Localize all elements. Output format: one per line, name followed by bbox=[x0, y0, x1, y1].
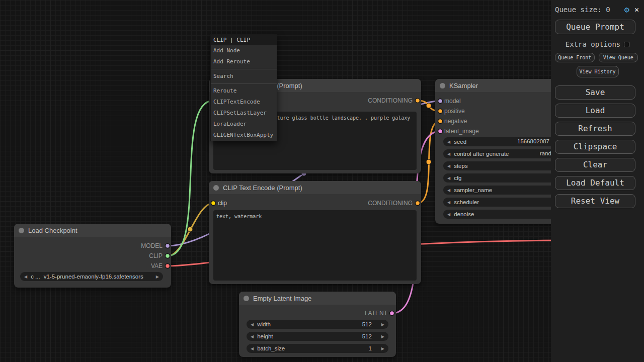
reset-view-button[interactable]: Reset View bbox=[555, 194, 635, 208]
load-button[interactable]: Load bbox=[555, 104, 635, 118]
widget-label: seed bbox=[454, 139, 466, 145]
widget-value: v1-5-pruned-emaonly-fp16.safetensors bbox=[44, 274, 143, 280]
widget-value: 512 bbox=[362, 321, 372, 327]
widget-value: 1 bbox=[368, 345, 371, 351]
save-button[interactable]: Save bbox=[555, 85, 635, 100]
slot-label-model-input: model bbox=[444, 97, 461, 105]
widget-label: cfg bbox=[454, 175, 461, 181]
height-widget[interactable]: ◀ height 512 ▶ bbox=[247, 332, 388, 341]
node-title-bar[interactable]: Empty Latent Image bbox=[239, 292, 396, 305]
widget-label: batch_size bbox=[257, 345, 285, 351]
node-title: Load Checkpoint bbox=[28, 227, 77, 234]
width-widget[interactable]: ◀ width 512 ▶ bbox=[247, 320, 388, 329]
comfy-menu-panel: Queue size: 0 ⚙ ✕ Queue Prompt Extra opt… bbox=[551, 0, 644, 362]
decrement-arrow-icon[interactable]: ◀ bbox=[447, 176, 450, 180]
batch-size-widget[interactable]: ◀ batch_size 1 ▶ bbox=[247, 344, 388, 353]
menu-item-loraloader[interactable]: LoraLoader bbox=[211, 119, 277, 130]
menu-item-add-reroute[interactable]: Add Reroute bbox=[211, 56, 277, 67]
clear-button[interactable]: Clear bbox=[555, 158, 635, 172]
scheduler-widget[interactable]: ◀ scheduler bbox=[443, 198, 563, 207]
decrement-arrow-icon[interactable]: ◀ bbox=[251, 334, 254, 339]
node-collapse-dot[interactable] bbox=[244, 296, 249, 301]
refresh-button[interactable]: Refresh bbox=[555, 122, 635, 136]
node-collapse-dot[interactable] bbox=[19, 228, 24, 233]
wire-clip bbox=[168, 203, 213, 256]
load-default-button[interactable]: Load Default bbox=[555, 176, 635, 190]
link-midpoint-dot bbox=[426, 159, 431, 164]
slot-label-model: MODEL bbox=[141, 242, 163, 250]
queue-prompt-button[interactable]: Queue Prompt bbox=[555, 20, 635, 34]
close-icon[interactable]: ✕ bbox=[634, 5, 639, 14]
widget-label: control after generate bbox=[454, 151, 509, 157]
node-title-bar[interactable]: Load Checkpoint bbox=[14, 224, 171, 237]
slot-label-vae: VAE bbox=[151, 262, 163, 270]
queue-front-button[interactable]: Queue Front bbox=[555, 53, 595, 62]
slot-label-negative-input: negative bbox=[444, 117, 467, 125]
node-empty-latent-image[interactable]: Empty Latent Image LATENT ◀ width 512 ▶ … bbox=[239, 292, 396, 357]
node-load-checkpoint[interactable]: Load Checkpoint MODEL CLIP VAE ◀ c ... v… bbox=[14, 224, 171, 288]
decrement-arrow-icon[interactable]: ◀ bbox=[447, 200, 450, 205]
slot-label-latent: LATENT bbox=[365, 309, 387, 317]
widget-label: scheduler bbox=[454, 199, 479, 205]
node-ksampler[interactable]: KSampler model positive negative latent_… bbox=[435, 79, 566, 224]
widget-label: c ... bbox=[31, 274, 40, 280]
prompt-text-area[interactable]: text, watermark bbox=[213, 210, 417, 281]
menu-item-add-node[interactable]: Add Node bbox=[211, 45, 277, 56]
widget-value: 1566802087 bbox=[517, 138, 549, 144]
decrement-arrow-icon[interactable]: ◀ bbox=[447, 140, 450, 144]
node-collapse-dot[interactable] bbox=[213, 185, 219, 191]
node-title-bar[interactable]: KSampler bbox=[435, 79, 566, 92]
menu-item-cliptextencode[interactable]: CLIPTextEncode bbox=[211, 97, 277, 108]
view-queue-button[interactable]: View Queue bbox=[599, 53, 638, 62]
decrement-arrow-icon[interactable]: ◀ bbox=[447, 188, 450, 193]
menu-item-search[interactable]: Search bbox=[211, 71, 277, 82]
link-release-context-menu: CLIP | CLIP Add Node Add Reroute Search … bbox=[210, 34, 277, 141]
decrement-arrow-icon[interactable]: ◀ bbox=[447, 212, 450, 217]
clipspace-button[interactable]: Clipspace bbox=[555, 140, 635, 154]
link-midpoint-dot bbox=[426, 103, 431, 108]
node-clip-text-encode-negative[interactable]: CLIP Text Encode (Prompt) clip CONDITION… bbox=[209, 181, 421, 284]
cfg-widget[interactable]: ◀ cfg bbox=[443, 173, 563, 183]
node-graph-canvas[interactable]: Load Checkpoint MODEL CLIP VAE ◀ c ... v… bbox=[0, 0, 644, 362]
node-title: CLIP Text Encode (Prompt) bbox=[223, 184, 302, 192]
increment-arrow-icon[interactable]: ▶ bbox=[156, 275, 159, 279]
settings-gear-icon[interactable]: ⚙ bbox=[624, 5, 629, 15]
control-after-generate-widget[interactable]: ◀ control after generate randomize bbox=[443, 149, 563, 158]
decrement-arrow-icon[interactable]: ◀ bbox=[24, 275, 27, 279]
decrement-arrow-icon[interactable]: ◀ bbox=[447, 164, 450, 168]
decrement-arrow-icon[interactable]: ◀ bbox=[447, 152, 450, 156]
menu-separator bbox=[211, 83, 277, 84]
node-title: Empty Latent Image bbox=[253, 295, 311, 302]
widget-label: sampler_name bbox=[454, 187, 492, 193]
increment-arrow-icon[interactable]: ▶ bbox=[381, 334, 384, 339]
decrement-arrow-icon[interactable]: ◀ bbox=[251, 322, 254, 327]
sampler-name-widget[interactable]: ◀ sampler_name bbox=[443, 186, 563, 195]
extra-options-checkbox[interactable] bbox=[624, 42, 629, 47]
slot-label-positive-input: positive bbox=[444, 107, 465, 115]
queue-size-label: Queue size: 0 bbox=[555, 6, 624, 14]
widget-label: denoise bbox=[454, 211, 474, 217]
denoise-widget[interactable]: ◀ denoise bbox=[443, 210, 563, 219]
widget-label: steps bbox=[454, 163, 468, 169]
context-menu-title: CLIP | CLIP bbox=[211, 35, 277, 45]
node-collapse-dot[interactable] bbox=[440, 83, 445, 88]
menu-item-reroute[interactable]: Reroute bbox=[211, 85, 277, 97]
node-title-bar[interactable]: CLIP Text Encode (Prompt) bbox=[209, 181, 421, 194]
view-history-button[interactable]: View History bbox=[577, 66, 619, 77]
seed-widget[interactable]: ◀ seed 1566802087 bbox=[443, 137, 563, 146]
increment-arrow-icon[interactable]: ▶ bbox=[381, 322, 384, 327]
menu-item-gligentextboxapply[interactable]: GLIGENTextBoxApply bbox=[211, 130, 277, 141]
slot-label-conditioning: CONDITIONING bbox=[368, 199, 413, 207]
ckpt-name-widget[interactable]: ◀ c ... v1-5-pruned-emaonly-fp16.safeten… bbox=[20, 272, 163, 281]
decrement-arrow-icon[interactable]: ◀ bbox=[251, 346, 254, 351]
node-title: KSampler bbox=[449, 82, 478, 89]
widget-label: width bbox=[257, 321, 271, 327]
increment-arrow-icon[interactable]: ▶ bbox=[381, 346, 384, 351]
menu-item-clipsetlastlayer[interactable]: CLIPSetLastLayer bbox=[211, 108, 277, 119]
widget-value: 512 bbox=[362, 333, 372, 339]
slot-label-conditioning: CONDITIONING bbox=[368, 97, 413, 105]
widget-label: height bbox=[257, 333, 273, 339]
menu-separator bbox=[211, 69, 277, 69]
extra-options-label: Extra options bbox=[566, 40, 621, 48]
steps-widget[interactable]: ◀ steps bbox=[443, 161, 563, 170]
